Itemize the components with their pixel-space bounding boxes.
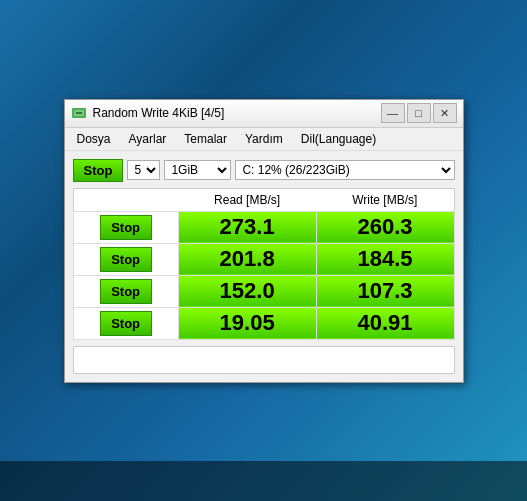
stop-button-row-1[interactable]: Stop xyxy=(100,247,152,272)
stop-button-row-3[interactable]: Stop xyxy=(100,311,152,336)
title-bar-left: Random Write 4KiB [4/5] xyxy=(71,105,225,121)
app-icon xyxy=(71,105,87,121)
menu-dosya[interactable]: Dosya xyxy=(73,130,115,148)
drive-select[interactable]: C: 12% (26/223GiB) D: E: xyxy=(235,160,454,180)
bottom-status-bar xyxy=(73,346,455,374)
size-select[interactable]: 1GiB 512MiB 2GiB 4GiB xyxy=(164,160,231,180)
title-controls: — □ ✕ xyxy=(381,103,457,123)
results-table: Read [MB/s] Write [MB/s] Stop273.1260.3S… xyxy=(73,188,455,340)
app-window: Random Write 4KiB [4/5] — □ ✕ Dosya Ayar… xyxy=(64,99,464,383)
maximize-button[interactable]: □ xyxy=(407,103,431,123)
menu-bar: Dosya Ayarlar Temalar Yardım Dil(Languag… xyxy=(65,128,463,151)
stop-button-top[interactable]: Stop xyxy=(73,159,124,182)
read-value-row-2: 152.0 xyxy=(178,275,316,307)
window-title: Random Write 4KiB [4/5] xyxy=(93,106,225,120)
minimize-button[interactable]: — xyxy=(381,103,405,123)
svg-rect-2 xyxy=(76,112,82,114)
stop-button-row-0[interactable]: Stop xyxy=(100,215,152,240)
menu-yardim[interactable]: Yardım xyxy=(241,130,287,148)
table-row: Stop201.8184.5 xyxy=(73,243,454,275)
read-value-row-0: 273.1 xyxy=(178,211,316,243)
menu-language[interactable]: Dil(Language) xyxy=(297,130,380,148)
col-header-write: Write [MB/s] xyxy=(316,188,454,211)
menu-temalar[interactable]: Temalar xyxy=(180,130,231,148)
taskbar xyxy=(0,461,527,501)
write-value-row-0: 260.3 xyxy=(316,211,454,243)
write-value-row-1: 184.5 xyxy=(316,243,454,275)
col-header-btn xyxy=(73,188,178,211)
top-controls: Stop 5 1 2 3 8 1GiB 512MiB 2GiB 4GiB C: … xyxy=(73,159,455,182)
write-value-row-3: 40.91 xyxy=(316,307,454,339)
title-bar: Random Write 4KiB [4/5] — □ ✕ xyxy=(65,100,463,128)
table-row: Stop152.0107.3 xyxy=(73,275,454,307)
col-header-read: Read [MB/s] xyxy=(178,188,316,211)
read-value-row-3: 19.05 xyxy=(178,307,316,339)
table-row: Stop19.0540.91 xyxy=(73,307,454,339)
runs-select[interactable]: 5 1 2 3 8 xyxy=(127,160,160,180)
main-content: Stop 5 1 2 3 8 1GiB 512MiB 2GiB 4GiB C: … xyxy=(65,151,463,382)
table-row: Stop273.1260.3 xyxy=(73,211,454,243)
read-value-row-1: 201.8 xyxy=(178,243,316,275)
write-value-row-2: 107.3 xyxy=(316,275,454,307)
menu-ayarlar[interactable]: Ayarlar xyxy=(125,130,171,148)
stop-button-row-2[interactable]: Stop xyxy=(100,279,152,304)
close-button[interactable]: ✕ xyxy=(433,103,457,123)
